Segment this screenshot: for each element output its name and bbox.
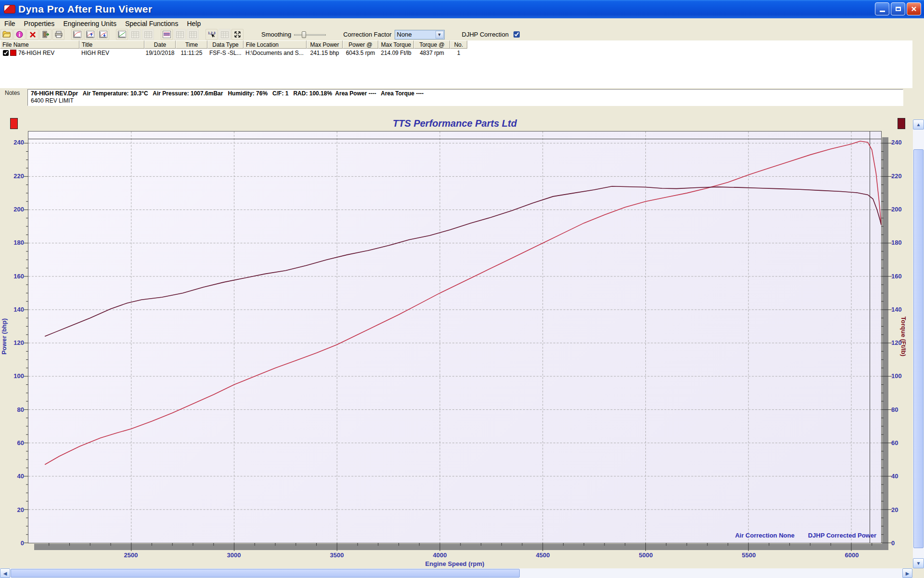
chart-line-icon bbox=[118, 31, 126, 38]
data-grid-button-b[interactable] bbox=[142, 29, 154, 40]
overlay-graph-button[interactable] bbox=[116, 29, 128, 40]
y-tick-right: 0 bbox=[891, 539, 914, 547]
printer-icon bbox=[55, 31, 63, 38]
exit-button[interactable] bbox=[39, 29, 51, 40]
multi-run-graph-button[interactable] bbox=[161, 29, 173, 40]
menu-bar: File Properties Engineering Units Specia… bbox=[0, 18, 924, 28]
minimize-button[interactable] bbox=[875, 2, 889, 15]
file-list: File Name Title Date Time Data Type File… bbox=[0, 40, 924, 88]
arrow-down-icon: ▼ bbox=[916, 561, 921, 566]
column-header-date[interactable]: Date bbox=[144, 40, 176, 49]
smoothing-slider-handle[interactable] bbox=[302, 31, 306, 38]
x-tick: 2500 bbox=[116, 552, 145, 559]
djhp-correction-label: DJHP Correction bbox=[462, 31, 509, 38]
arrow-right-icon: ▶ bbox=[906, 571, 910, 576]
x-tick: 4500 bbox=[528, 552, 557, 559]
full-screen-button[interactable] bbox=[231, 29, 244, 40]
restore-button[interactable] bbox=[891, 2, 905, 15]
chart-curve-icon bbox=[73, 31, 81, 38]
run-visible-checkbox[interactable] bbox=[3, 50, 9, 56]
print-button[interactable] bbox=[52, 29, 64, 40]
column-header-torque-at[interactable]: Torque @ bbox=[414, 40, 450, 49]
column-header-power-at[interactable]: Power @ bbox=[343, 40, 378, 49]
column-header-title[interactable]: Title bbox=[79, 40, 144, 49]
smoothing-slider[interactable] bbox=[294, 31, 326, 39]
grid-icon bbox=[131, 31, 139, 38]
scroll-left-button[interactable]: ◀ bbox=[0, 568, 10, 578]
vertical-scroll-thumb[interactable] bbox=[913, 149, 924, 548]
numeric-cursor-icon: 1,2,3 bbox=[207, 31, 216, 38]
y-tick-right: 240 bbox=[891, 139, 914, 146]
table-row[interactable]: 76-HIGH REV HIGH REV 19/10/2018 11:11:25… bbox=[0, 49, 467, 57]
notes-line-1: 76-HIGH REV.Dpr Air Temperature: 10.3°C … bbox=[31, 90, 900, 97]
column-header-no[interactable]: No. bbox=[450, 40, 467, 49]
minimize-icon bbox=[880, 11, 885, 12]
x-tick: 3000 bbox=[219, 552, 248, 559]
data-grid-button-c[interactable] bbox=[174, 29, 186, 40]
data-grid-button-a[interactable] bbox=[129, 29, 141, 40]
horizontal-scrollbar[interactable]: ◀ ▶ bbox=[0, 568, 912, 578]
x-tick: 5000 bbox=[631, 552, 660, 559]
y-tick-right: 200 bbox=[891, 206, 914, 213]
column-header-file-location[interactable]: File Location bbox=[244, 40, 307, 49]
chart-arrow-up-icon bbox=[86, 31, 94, 38]
air-correction-annotation: Air Correction None bbox=[735, 532, 795, 539]
column-header-max-power[interactable]: Max Power bbox=[307, 40, 343, 49]
data-grid-button-d[interactable] bbox=[187, 29, 199, 40]
delete-button[interactable] bbox=[26, 29, 38, 40]
arrow-up-icon: ▲ bbox=[916, 122, 921, 127]
column-header-max-torque[interactable]: Max Torque bbox=[378, 40, 414, 49]
y-tick-left: 20 bbox=[1, 506, 24, 513]
horizontal-scroll-thumb[interactable] bbox=[11, 569, 520, 578]
chart-arrow-down-icon bbox=[99, 31, 107, 38]
graph-power-button[interactable] bbox=[71, 29, 83, 40]
menu-help[interactable]: Help bbox=[182, 19, 205, 28]
cell-torque-at: 4837 rpm bbox=[420, 50, 444, 56]
menu-properties[interactable]: Properties bbox=[20, 19, 59, 28]
chevron-down-icon[interactable]: ▼ bbox=[436, 31, 444, 39]
scroll-down-button[interactable]: ▼ bbox=[913, 558, 924, 568]
djhp-correction-checkbox[interactable] bbox=[513, 31, 520, 38]
column-header-data-type[interactable]: Data Type bbox=[207, 40, 244, 49]
toolbar: 1,2,3 Smoothing Correction Factor None ▼… bbox=[0, 28, 924, 40]
right-axis-title: Torque (Ft/lb) bbox=[900, 231, 907, 443]
exit-door-icon bbox=[42, 31, 50, 38]
y-tick-right: 40 bbox=[891, 473, 914, 480]
torque-pen-indicator[interactable] bbox=[898, 118, 905, 129]
menu-engineering-units[interactable]: Engineering Units bbox=[59, 19, 121, 28]
numeric-cursor-button[interactable]: 1,2,3 bbox=[205, 29, 218, 40]
y-tick-left: 40 bbox=[1, 473, 24, 480]
menu-special-functions[interactable]: Special Functions bbox=[121, 19, 183, 28]
correction-factor-label: Correction Factor bbox=[343, 31, 391, 38]
y-tick-right: 220 bbox=[891, 172, 914, 180]
cell-file-location: H:\Documents and S... bbox=[245, 50, 304, 56]
chart-region: TTS Performance Parts Ltd Air Correction… bbox=[0, 107, 912, 568]
menu-file[interactable]: File bbox=[0, 19, 20, 28]
restore-icon bbox=[896, 7, 901, 11]
plot-area[interactable]: Air Correction None DJHP Corrected Power bbox=[28, 131, 882, 543]
scroll-up-button[interactable]: ▲ bbox=[913, 119, 924, 130]
close-button[interactable]: ✕ bbox=[907, 2, 921, 15]
notes-textbox[interactable]: 76-HIGH REV.Dpr Air Temperature: 10.3°C … bbox=[27, 89, 903, 106]
vertical-scrollbar[interactable]: ▲ ▼ bbox=[913, 119, 924, 568]
close-icon: ✕ bbox=[911, 5, 917, 13]
column-header-time[interactable]: Time bbox=[176, 40, 207, 49]
data-grid-button-e[interactable] bbox=[218, 29, 231, 40]
grid-icon bbox=[176, 31, 184, 38]
grid-icon bbox=[144, 31, 152, 38]
cell-date: 19/10/2018 bbox=[145, 50, 174, 56]
correction-factor-select[interactable]: None ▼ bbox=[395, 30, 445, 39]
grid-icon bbox=[221, 31, 229, 38]
app-icon bbox=[4, 5, 15, 13]
power-pen-indicator[interactable] bbox=[10, 118, 18, 129]
graph-zoom-out-button[interactable] bbox=[97, 29, 109, 40]
notes-section: Notes 76-HIGH REV.Dpr Air Temperature: 1… bbox=[0, 88, 924, 107]
plot-annotations: Air Correction None DJHP Corrected Power bbox=[735, 532, 876, 539]
graph-zoom-in-button[interactable] bbox=[84, 29, 96, 40]
open-file-button[interactable] bbox=[0, 29, 13, 40]
info-icon bbox=[16, 31, 23, 38]
y-tick-right: 20 bbox=[891, 506, 914, 513]
column-header-file-name[interactable]: File Name bbox=[0, 40, 79, 49]
scroll-right-button[interactable]: ▶ bbox=[902, 568, 912, 578]
info-button[interactable] bbox=[13, 29, 26, 40]
